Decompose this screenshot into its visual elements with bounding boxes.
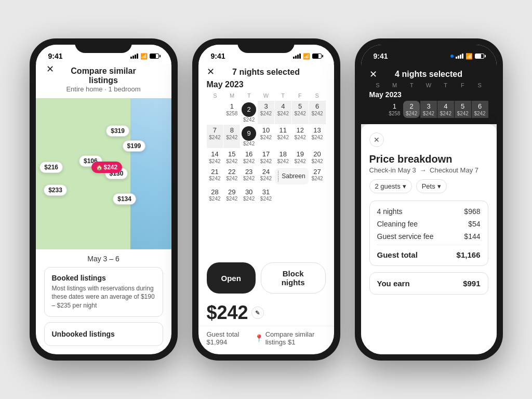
month-label-2: May 2023: [207, 80, 326, 89]
phone-notch-1: [75, 38, 132, 53]
phone-notch-3: [400, 38, 457, 53]
price-pin-134[interactable]: $134: [113, 193, 136, 205]
guests-label: 2 guests: [375, 182, 401, 190]
cal-cell-selected[interactable]: 9$242: [241, 125, 257, 148]
price-pin-319[interactable]: $319: [106, 125, 129, 137]
cal-cell[interactable]: 23$242: [241, 166, 257, 186]
phone-1: 9:41 📶 ✕ Compare similar listings: [30, 38, 178, 361]
total-value: $1,166: [457, 250, 481, 259]
breakdown-row-nights: 4 nights $968: [377, 207, 481, 216]
price-pin-233[interactable]: $233: [44, 184, 67, 196]
cal-cell[interactable]: 20$242: [309, 149, 326, 166]
close-button-3[interactable]: ✕: [369, 69, 377, 80]
nights-selected-2: 7 nights selected: [232, 68, 300, 77]
phone-2: 9:41 📶 ✕ 7 nights selected: [192, 38, 340, 361]
cleaning-value: $54: [468, 220, 480, 228]
cal-cell-3-range[interactable]: 5$242: [455, 101, 471, 118]
edit-price-button[interactable]: ✎: [251, 307, 264, 319]
you-earn-label: You earn: [377, 279, 410, 288]
cal-cell-3-range[interactable]: 3$242: [420, 101, 437, 118]
cal-cell-user-blocked[interactable]: S Sabreen: [275, 166, 309, 186]
cal-cell[interactable]: 24$242: [258, 166, 274, 186]
cal-cell[interactable]: 17$242: [258, 149, 274, 166]
cal-cell[interactable]: 11$242: [275, 125, 291, 148]
cal-cell[interactable]: 31$242: [258, 187, 274, 204]
nights-selected-3: 4 nights selected: [395, 70, 462, 79]
user-name: Sabreen: [282, 172, 305, 180]
compare-listing-item[interactable]: 📍 Compare similar listings $1: [255, 330, 326, 346]
close-button-1[interactable]: ✕: [46, 63, 54, 75]
phone2-header: ✕ 7 nights selected: [198, 63, 334, 80]
price-value-2: $242: [207, 302, 248, 324]
cal-cell-range[interactable]: 7$242: [207, 125, 223, 148]
price-display-2: $242 ✎: [198, 299, 334, 326]
cal-cell[interactable]: 22$242: [223, 166, 240, 186]
cal-cell-3-range[interactable]: 4$242: [437, 101, 454, 118]
home-icon: 🏠: [96, 165, 102, 170]
cal-cell[interactable]: 18$242: [275, 149, 291, 166]
price-pin-242-active[interactable]: 🏠$242: [91, 162, 123, 173]
close-button-2[interactable]: ✕: [207, 66, 215, 77]
phone-1-screen: 9:41 📶 ✕ Compare similar listings: [36, 45, 171, 354]
booked-desc: Most listings with reservations during t…: [52, 284, 155, 310]
guest-total-item[interactable]: Guest total $1,994: [207, 330, 249, 346]
modal-close-button[interactable]: ✕: [369, 132, 384, 147]
price-pin-216[interactable]: $216: [39, 162, 63, 173]
cal-cell[interactable]: 29$242: [223, 187, 240, 204]
dot-indicator: [450, 55, 454, 58]
cal-cell[interactable]: 12$242: [292, 125, 309, 148]
cal-cell-range[interactable]: 4$242: [275, 101, 291, 124]
cal-cell[interactable]: 27$242: [309, 166, 326, 186]
cal-cell-range[interactable]: 6$242: [309, 101, 326, 124]
cal-cell[interactable]: 10$242: [258, 125, 274, 148]
cal-cell[interactable]: [207, 101, 223, 124]
phone-3: 9:41 📶 ✕ 4 nights selecte: [355, 38, 503, 361]
cal-cell[interactable]: 19$242: [292, 149, 309, 166]
battery-icon-3: [475, 54, 484, 59]
cal-cell-3-range[interactable]: 6$242: [472, 101, 488, 118]
action-buttons-2: Open Block nights: [198, 257, 334, 299]
cal-cell[interactable]: 1$258: [223, 101, 240, 124]
pin-icon: 📍: [255, 334, 263, 342]
cal-cell[interactable]: 15$242: [223, 149, 240, 166]
days-of-week-2: S M T W T F S: [207, 92, 326, 99]
breakdown-row-total: Guest total $1,166: [377, 245, 481, 259]
cal-cell[interactable]: 21$242: [207, 166, 223, 186]
price-pin-199[interactable]: $199: [123, 140, 146, 152]
cal-cell-3-selected[interactable]: 2$242: [403, 101, 420, 118]
breakdown-row-cleaning: Cleaning fee $54: [377, 220, 481, 228]
calendar-2: May 2023 S M T W T F S 1$258 2$242 3$242: [198, 80, 334, 257]
status-icons-1: 📶: [130, 53, 159, 60]
cal-cell-range[interactable]: 5$242: [292, 101, 309, 124]
booked-title: Booked listings: [52, 274, 155, 282]
guests-chip[interactable]: 2 guests ▾: [369, 179, 412, 193]
month-label-3: May 2023: [369, 90, 488, 99]
cal-cell[interactable]: 28$242: [207, 187, 223, 204]
unbooked-box[interactable]: Unbooked listings: [44, 322, 163, 346]
edit-icon: ✎: [255, 310, 260, 316]
cal-cell-3[interactable]: 1$258: [386, 101, 403, 118]
guest-total-label: Guest total $1,994: [207, 330, 249, 346]
bottom-bar-2: Guest total $1,994 📍 Compare similar lis…: [198, 326, 334, 354]
unbooked-label: Unbooked listings: [52, 330, 115, 338]
checkin-label: Check-in May 3: [369, 166, 416, 174]
pets-chip[interactable]: Pets ▾: [416, 179, 447, 193]
cal-cell-selected[interactable]: 2$242: [241, 101, 257, 124]
open-button[interactable]: Open: [207, 262, 256, 294]
cal-cell[interactable]: 16$242: [241, 149, 257, 166]
cal-cell[interactable]: 14$242: [207, 149, 223, 166]
cal-grid-3: 1$258 2$242 3$242 4$242 5$242 6$242: [369, 101, 488, 118]
price-breakdown-modal: ✕ Price breakdown Check-in May 3 → Check…: [361, 124, 497, 354]
cal-cell[interactable]: 13$242: [309, 125, 326, 148]
days-of-week-3: S M T W T F S: [369, 82, 488, 88]
map-area[interactable]: $319 $216 $106 $130 $199 🏠$242 $233 $134: [36, 98, 171, 249]
block-button[interactable]: Block nights: [261, 262, 326, 294]
cal-cell-range[interactable]: 8$242: [223, 125, 240, 148]
cal-cell[interactable]: 30$242: [241, 187, 257, 204]
breakdown-title: Price breakdown: [369, 153, 488, 165]
cal-cell-range[interactable]: 3$242: [258, 101, 274, 124]
signal-icon-1: [130, 54, 138, 59]
cal-grid-2: 1$258 2$242 3$242 4$242 5$242 6$242 7$24…: [207, 101, 326, 203]
status-icons-2: 📶: [293, 53, 322, 60]
cleaning-label: Cleaning fee: [377, 220, 418, 228]
